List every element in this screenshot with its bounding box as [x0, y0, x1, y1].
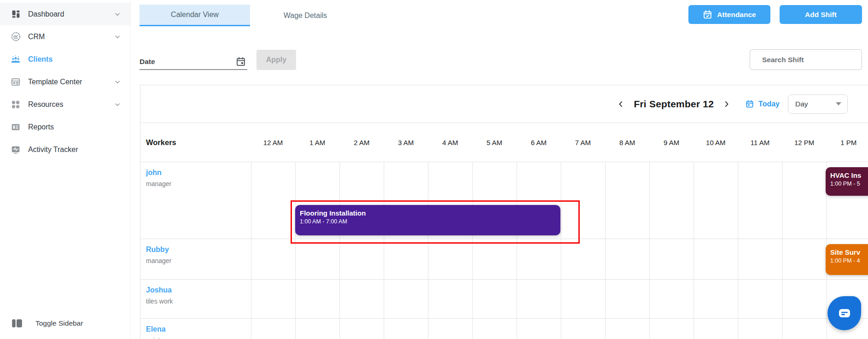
tab-calendar-view-label: Calendar View: [171, 11, 219, 19]
current-date-title: Fri September 12: [634, 99, 714, 110]
time-slot-label: 12 AM: [251, 139, 295, 146]
calendar-icon[interactable]: [235, 56, 246, 67]
chevron-down-icon: [114, 11, 121, 18]
calendar-toolbar: Fri September 12 Today Day: [140, 85, 868, 123]
event-title: HVAC Ins: [830, 171, 868, 179]
row-grid: [251, 239, 868, 279]
sidebar: DashboardCRMClientsTemplate CenterResour…: [0, 0, 131, 339]
worker-name-link[interactable]: Elena: [146, 325, 251, 333]
chevron-down-icon: [114, 101, 121, 108]
time-slot-label: 7 AM: [561, 139, 605, 146]
time-slot-label: 9 AM: [649, 139, 693, 146]
apply-button[interactable]: Apply: [256, 50, 296, 70]
chevron-down-icon: [836, 102, 841, 105]
sidebar-item-template-center[interactable]: Template Center: [0, 70, 130, 93]
date-input-label: Date: [140, 58, 155, 66]
sidebar-item-label: Template Center: [28, 78, 82, 86]
event-flooring-installation[interactable]: Flooring Installation 1:00 AM - 7:00 AM: [295, 205, 560, 235]
view-select-value: Day: [795, 100, 808, 108]
time-slot-label: 4 AM: [428, 139, 472, 146]
worker-name-link[interactable]: john: [146, 169, 251, 177]
event-title: Flooring Installation: [300, 209, 555, 217]
crm-icon: [10, 31, 21, 42]
worker-cell: Rubby manager: [140, 239, 251, 279]
chat-bubble-icon: [838, 307, 851, 319]
today-button-label: Today: [758, 100, 780, 108]
workers-column-header: Workers: [140, 138, 251, 147]
sidebar-item-label: Reports: [28, 123, 54, 131]
today-button[interactable]: Today: [745, 99, 780, 109]
column-header-row: Workers 12 AM1 AM2 AM3 AM4 AM5 AM6 AM7 A…: [140, 123, 868, 162]
view-select[interactable]: Day: [788, 94, 848, 114]
activity-tracker-icon: [10, 144, 21, 155]
dashboard-icon: [10, 9, 21, 20]
sidebar-item-clients[interactable]: Clients: [0, 48, 130, 70]
chevron-down-icon: [114, 33, 121, 41]
sidebar-item-label: Resources: [28, 100, 63, 109]
tab-wage-details[interactable]: Wage Details: [250, 5, 361, 26]
event-time: 1:00 PM - 5: [830, 181, 868, 187]
today-calendar-icon: [745, 99, 754, 109]
chat-launcher-button[interactable]: [827, 296, 861, 330]
sidebar-item-reports[interactable]: Reports: [0, 116, 130, 138]
tab-calendar-view[interactable]: Calendar View: [140, 5, 250, 26]
sidebar-item-label: Clients: [28, 55, 52, 64]
time-slot-headers: 12 AM1 AM2 AM3 AM4 AM5 AM6 AM7 AM8 AM9 A…: [251, 139, 868, 146]
toggle-sidebar-button[interactable]: Toggle Sidebar: [0, 312, 130, 334]
event-time: 1:00 AM - 7:00 AM: [300, 218, 555, 225]
time-slot-label: 5 AM: [472, 139, 517, 146]
sidebar-item-activity-tracker[interactable]: Activity Tracker: [0, 138, 130, 161]
row-grid: [251, 280, 868, 318]
time-slot-label: 8 AM: [605, 139, 649, 146]
worker-cell: Joshua tiles work: [140, 280, 251, 318]
event-hvac[interactable]: HVAC Ins 1:00 PM - 5: [826, 167, 868, 196]
attendance-button-label: Attendance: [717, 11, 756, 19]
toggle-sidebar-label: Toggle Sidebar: [35, 319, 83, 327]
next-day-button[interactable]: [720, 98, 733, 111]
worker-row-elena: Elena painter: [140, 319, 868, 339]
row-grid: [251, 319, 868, 339]
toggle-sidebar-icon: [11, 317, 23, 329]
calendar-body: john manager Rubby manager Joshua tiles …: [140, 162, 868, 339]
sidebar-item-label: Activity Tracker: [28, 146, 78, 154]
worker-cell: Elena painter: [140, 319, 251, 339]
prev-day-button[interactable]: [614, 98, 627, 111]
add-shift-button-label: Add Shift: [805, 11, 837, 19]
clients-icon: [10, 54, 21, 65]
sidebar-item-crm[interactable]: CRM: [0, 25, 130, 48]
time-slot-label: 6 AM: [517, 139, 561, 146]
sidebar-item-label: CRM: [28, 33, 45, 41]
app-screen: DashboardCRMClientsTemplate CenterResour…: [0, 0, 868, 339]
reports-icon: [10, 122, 21, 133]
time-slot-label: 10 AM: [693, 139, 738, 146]
add-shift-button[interactable]: Add Shift: [780, 5, 862, 24]
worker-name-link[interactable]: Rubby: [146, 245, 251, 254]
event-title: Site Surv: [830, 248, 868, 256]
time-slot-label: 3 AM: [384, 139, 428, 146]
calendar-panel: Fri September 12 Today Day Workers 12 AM…: [140, 85, 868, 339]
worker-row-rubby: Rubby manager: [140, 239, 868, 280]
attendance-button[interactable]: Attendance: [688, 5, 770, 24]
event-time: 1:00 PM - 4: [830, 257, 868, 264]
time-slot-label: 1 PM: [827, 139, 868, 146]
worker-cell: john manager: [140, 162, 251, 239]
sidebar-items: DashboardCRMClientsTemplate CenterResour…: [0, 3, 130, 161]
time-slot-label: 12 PM: [782, 139, 827, 146]
search-shift-input[interactable]: [750, 49, 862, 70]
worker-name-link[interactable]: Joshua: [146, 286, 251, 294]
resources-icon: [10, 99, 21, 110]
chevron-down-icon: [114, 78, 121, 86]
time-slot-label: 2 AM: [339, 139, 384, 146]
sidebar-item-dashboard[interactable]: Dashboard: [0, 3, 130, 25]
time-slot-label: 11 AM: [738, 139, 782, 146]
date-input[interactable]: Date: [140, 48, 247, 70]
sidebar-item-label: Dashboard: [28, 10, 64, 18]
worker-role: painter: [146, 337, 251, 339]
time-slot-label: 1 AM: [295, 139, 339, 146]
tab-wage-details-label: Wage Details: [284, 12, 327, 20]
event-site-survey[interactable]: Site Surv 1:00 PM - 4: [826, 244, 868, 275]
worker-role: manager: [146, 257, 251, 264]
worker-row-joshua: Joshua tiles work: [140, 280, 868, 319]
worker-role: tiles work: [146, 298, 251, 305]
sidebar-item-resources[interactable]: Resources: [0, 93, 130, 116]
